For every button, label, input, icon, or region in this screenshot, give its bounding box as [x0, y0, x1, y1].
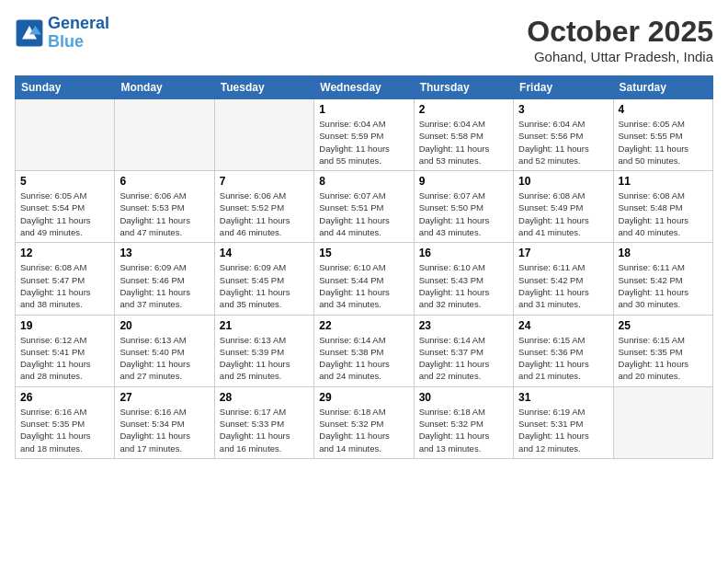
- day-info: Sunrise: 6:10 AM Sunset: 5:43 PM Dayligh…: [419, 261, 508, 310]
- day-number: 11: [619, 175, 708, 188]
- calendar-day-cell: 29Sunrise: 6:18 AM Sunset: 5:32 PM Dayli…: [314, 386, 414, 458]
- day-info: Sunrise: 6:04 AM Sunset: 5:59 PM Dayligh…: [319, 118, 408, 167]
- calendar-day-cell: 16Sunrise: 6:10 AM Sunset: 5:43 PM Dayli…: [414, 243, 513, 315]
- day-number: 8: [319, 175, 408, 188]
- day-number: 24: [518, 319, 608, 332]
- day-number: 1: [319, 103, 408, 116]
- weekday-header-cell: Monday: [115, 76, 214, 99]
- day-info: Sunrise: 6:13 AM Sunset: 5:40 PM Dayligh…: [119, 334, 209, 383]
- calendar-day-cell: [214, 99, 313, 171]
- calendar-day-cell: 28Sunrise: 6:17 AM Sunset: 5:33 PM Dayli…: [214, 386, 313, 458]
- calendar-day-cell: [613, 386, 712, 458]
- calendar-day-cell: [16, 99, 115, 171]
- logo-line2: Blue: [48, 32, 84, 51]
- day-number: 15: [319, 247, 408, 259]
- calendar-day-cell: 5Sunrise: 6:05 AM Sunset: 5:54 PM Daylig…: [16, 171, 115, 243]
- day-number: 2: [419, 103, 508, 116]
- day-number: 3: [518, 103, 608, 116]
- weekday-header-cell: Sunday: [16, 76, 115, 99]
- day-number: 21: [220, 319, 309, 332]
- page-header: General Blue October 2025 Gohand, Uttar …: [15, 15, 713, 64]
- day-number: 19: [20, 319, 109, 332]
- calendar-day-cell: 24Sunrise: 6:15 AM Sunset: 5:36 PM Dayli…: [514, 315, 613, 386]
- calendar-day-cell: 3Sunrise: 6:04 AM Sunset: 5:56 PM Daylig…: [514, 99, 613, 171]
- day-info: Sunrise: 6:15 AM Sunset: 5:35 PM Dayligh…: [619, 334, 708, 383]
- day-number: 20: [119, 319, 209, 332]
- day-number: 28: [220, 391, 309, 404]
- calendar-day-cell: 22Sunrise: 6:14 AM Sunset: 5:38 PM Dayli…: [314, 315, 414, 386]
- weekday-header-cell: Thursday: [414, 76, 513, 99]
- day-info: Sunrise: 6:11 AM Sunset: 5:42 PM Dayligh…: [619, 261, 708, 310]
- day-info: Sunrise: 6:08 AM Sunset: 5:49 PM Dayligh…: [518, 190, 608, 238]
- calendar-day-cell: 21Sunrise: 6:13 AM Sunset: 5:39 PM Dayli…: [214, 315, 313, 386]
- logo-icon: [15, 18, 44, 48]
- title-block: October 2025 Gohand, Uttar Pradesh, Indi…: [527, 15, 713, 64]
- calendar-day-cell: 30Sunrise: 6:18 AM Sunset: 5:32 PM Dayli…: [414, 386, 513, 458]
- location-title: Gohand, Uttar Pradesh, India: [527, 49, 713, 64]
- day-info: Sunrise: 6:05 AM Sunset: 5:54 PM Dayligh…: [20, 190, 109, 238]
- day-info: Sunrise: 6:17 AM Sunset: 5:33 PM Dayligh…: [220, 406, 309, 454]
- logo: General Blue: [15, 15, 109, 52]
- day-number: 4: [619, 103, 708, 116]
- day-info: Sunrise: 6:11 AM Sunset: 5:42 PM Dayligh…: [518, 261, 608, 310]
- day-info: Sunrise: 6:16 AM Sunset: 5:35 PM Dayligh…: [20, 406, 109, 454]
- day-info: Sunrise: 6:05 AM Sunset: 5:55 PM Dayligh…: [619, 118, 708, 167]
- day-number: 22: [319, 319, 408, 332]
- calendar-day-cell: 26Sunrise: 6:16 AM Sunset: 5:35 PM Dayli…: [16, 386, 115, 458]
- weekday-header-cell: Saturday: [613, 76, 712, 99]
- day-number: 17: [518, 247, 608, 259]
- weekday-header-cell: Tuesday: [214, 76, 313, 99]
- day-number: 27: [119, 391, 209, 404]
- day-number: 7: [220, 175, 309, 188]
- day-number: 14: [220, 247, 309, 259]
- calendar-day-cell: [115, 99, 214, 171]
- calendar-table: SundayMondayTuesdayWednesdayThursdayFrid…: [15, 75, 713, 459]
- calendar-day-cell: 15Sunrise: 6:10 AM Sunset: 5:44 PM Dayli…: [314, 243, 414, 315]
- day-info: Sunrise: 6:18 AM Sunset: 5:32 PM Dayligh…: [319, 406, 408, 454]
- day-number: 10: [518, 175, 608, 188]
- day-info: Sunrise: 6:15 AM Sunset: 5:36 PM Dayligh…: [518, 334, 608, 383]
- calendar-day-cell: 18Sunrise: 6:11 AM Sunset: 5:42 PM Dayli…: [613, 243, 712, 315]
- calendar-week-row: 12Sunrise: 6:08 AM Sunset: 5:47 PM Dayli…: [16, 243, 713, 315]
- day-number: 26: [20, 391, 109, 404]
- calendar-day-cell: 2Sunrise: 6:04 AM Sunset: 5:58 PM Daylig…: [414, 99, 513, 171]
- day-info: Sunrise: 6:07 AM Sunset: 5:51 PM Dayligh…: [319, 190, 408, 238]
- calendar-day-cell: 6Sunrise: 6:06 AM Sunset: 5:53 PM Daylig…: [115, 171, 214, 243]
- logo-line1: General: [48, 14, 109, 32]
- calendar-week-row: 5Sunrise: 6:05 AM Sunset: 5:54 PM Daylig…: [16, 171, 713, 243]
- day-info: Sunrise: 6:04 AM Sunset: 5:58 PM Dayligh…: [419, 118, 508, 167]
- day-info: Sunrise: 6:12 AM Sunset: 5:41 PM Dayligh…: [20, 334, 109, 383]
- day-info: Sunrise: 6:09 AM Sunset: 5:45 PM Dayligh…: [220, 261, 309, 310]
- calendar-day-cell: 9Sunrise: 6:07 AM Sunset: 5:50 PM Daylig…: [414, 171, 513, 243]
- day-number: 23: [419, 319, 508, 332]
- calendar-week-row: 19Sunrise: 6:12 AM Sunset: 5:41 PM Dayli…: [16, 315, 713, 386]
- calendar-day-cell: 31Sunrise: 6:19 AM Sunset: 5:31 PM Dayli…: [514, 386, 613, 458]
- calendar-day-cell: 8Sunrise: 6:07 AM Sunset: 5:51 PM Daylig…: [314, 171, 414, 243]
- day-number: 29: [319, 391, 408, 404]
- day-info: Sunrise: 6:14 AM Sunset: 5:38 PM Dayligh…: [319, 334, 408, 383]
- day-number: 30: [419, 391, 508, 404]
- logo-text: General Blue: [48, 15, 109, 52]
- day-info: Sunrise: 6:10 AM Sunset: 5:44 PM Dayligh…: [319, 261, 408, 310]
- calendar-body: 1Sunrise: 6:04 AM Sunset: 5:59 PM Daylig…: [16, 99, 713, 459]
- weekday-header-cell: Friday: [514, 76, 613, 99]
- day-number: 12: [20, 247, 109, 259]
- calendar-day-cell: 1Sunrise: 6:04 AM Sunset: 5:59 PM Daylig…: [314, 99, 414, 171]
- day-info: Sunrise: 6:14 AM Sunset: 5:37 PM Dayligh…: [419, 334, 508, 383]
- day-info: Sunrise: 6:19 AM Sunset: 5:31 PM Dayligh…: [518, 406, 608, 454]
- day-number: 16: [419, 247, 508, 259]
- month-title: October 2025: [527, 15, 713, 49]
- calendar-day-cell: 25Sunrise: 6:15 AM Sunset: 5:35 PM Dayli…: [613, 315, 712, 386]
- calendar-week-row: 1Sunrise: 6:04 AM Sunset: 5:59 PM Daylig…: [16, 99, 713, 171]
- day-info: Sunrise: 6:18 AM Sunset: 5:32 PM Dayligh…: [419, 406, 508, 454]
- day-info: Sunrise: 6:07 AM Sunset: 5:50 PM Dayligh…: [419, 190, 508, 238]
- day-info: Sunrise: 6:13 AM Sunset: 5:39 PM Dayligh…: [220, 334, 309, 383]
- calendar-day-cell: 17Sunrise: 6:11 AM Sunset: 5:42 PM Dayli…: [514, 243, 613, 315]
- weekday-header-row: SundayMondayTuesdayWednesdayThursdayFrid…: [16, 76, 713, 99]
- day-number: 25: [619, 319, 708, 332]
- day-number: 9: [419, 175, 508, 188]
- calendar-day-cell: 19Sunrise: 6:12 AM Sunset: 5:41 PM Dayli…: [16, 315, 115, 386]
- day-number: 13: [119, 247, 209, 259]
- day-info: Sunrise: 6:04 AM Sunset: 5:56 PM Dayligh…: [518, 118, 608, 167]
- calendar-day-cell: 23Sunrise: 6:14 AM Sunset: 5:37 PM Dayli…: [414, 315, 513, 386]
